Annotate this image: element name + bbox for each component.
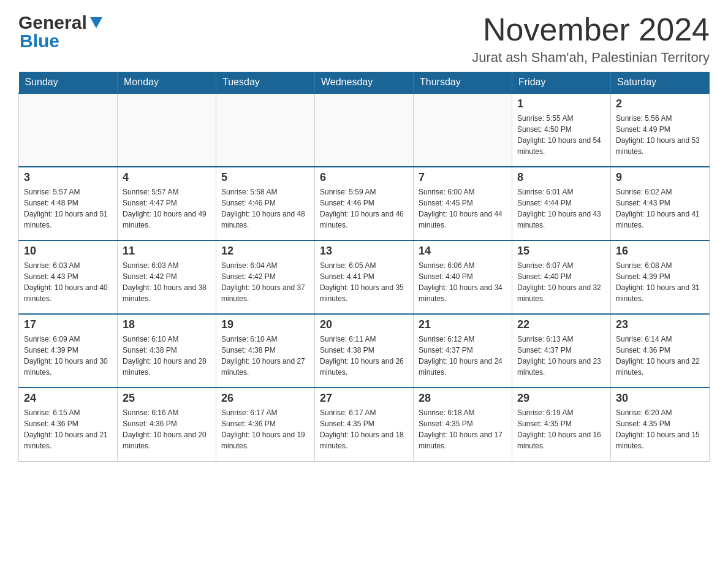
calendar-cell: 18 Sunrise: 6:10 AM Sunset: 4:38 PM Dayl… [118,314,216,388]
sunset-text: Sunset: 4:35 PM [616,419,670,428]
day-number: 12 [221,245,309,258]
day-info: Sunrise: 6:19 AM Sunset: 4:35 PM Dayligh… [517,407,605,451]
sunrise-text: Sunrise: 6:19 AM [517,408,573,417]
sunrise-text: Sunrise: 6:17 AM [221,408,277,417]
week-row-5: 24 Sunrise: 6:15 AM Sunset: 4:36 PM Dayl… [19,388,710,461]
day-info: Sunrise: 6:00 AM Sunset: 4:45 PM Dayligh… [419,186,507,231]
day-number: 15 [517,245,605,258]
day-info: Sunrise: 6:07 AM Sunset: 4:40 PM Dayligh… [517,260,605,304]
calendar-cell: 1 Sunrise: 5:55 AM Sunset: 4:50 PM Dayli… [512,93,611,167]
day-number: 27 [320,392,408,405]
calendar-cell: 4 Sunrise: 5:57 AM Sunset: 4:47 PM Dayli… [118,167,216,240]
sunrise-text: Sunrise: 5:57 AM [24,188,80,196]
daylight-text: Daylight: 10 hours and 49 minutes. [123,210,207,229]
sunrise-text: Sunrise: 6:00 AM [419,188,474,196]
day-number: 18 [123,318,211,331]
daylight-text: Daylight: 10 hours and 22 minutes. [616,357,700,377]
sunrise-text: Sunrise: 6:03 AM [24,261,80,270]
week-row-4: 17 Sunrise: 6:09 AM Sunset: 4:39 PM Dayl… [19,314,710,388]
sunrise-text: Sunrise: 6:01 AM [517,188,573,196]
calendar-cell [414,93,512,167]
daylight-text: Daylight: 10 hours and 51 minutes. [24,210,108,229]
day-number: 22 [517,318,605,331]
calendar-cell: 25 Sunrise: 6:16 AM Sunset: 4:36 PM Dayl… [118,388,216,461]
daylight-text: Daylight: 10 hours and 40 minutes. [24,283,108,303]
daylight-text: Daylight: 10 hours and 48 minutes. [221,210,305,229]
daylight-text: Daylight: 10 hours and 20 minutes. [123,431,207,450]
calendar-cell: 26 Sunrise: 6:17 AM Sunset: 4:36 PM Dayl… [216,388,315,461]
sunset-text: Sunset: 4:36 PM [24,419,78,428]
sunrise-text: Sunrise: 6:12 AM [419,335,474,343]
day-number: 30 [616,392,704,405]
daylight-text: Daylight: 10 hours and 28 minutes. [123,357,207,377]
day-number: 21 [419,318,507,331]
daylight-text: Daylight: 10 hours and 16 minutes. [517,431,601,450]
day-number: 2 [616,98,704,110]
day-info: Sunrise: 6:01 AM Sunset: 4:44 PM Dayligh… [517,186,605,231]
sunset-text: Sunset: 4:50 PM [517,125,572,134]
day-number: 25 [123,392,211,405]
calendar-cell: 13 Sunrise: 6:05 AM Sunset: 4:41 PM Dayl… [315,240,414,314]
daylight-text: Daylight: 10 hours and 23 minutes. [517,357,601,377]
calendar-cell: 5 Sunrise: 5:58 AM Sunset: 4:46 PM Dayli… [216,167,315,240]
week-row-3: 10 Sunrise: 6:03 AM Sunset: 4:43 PM Dayl… [19,240,710,314]
logo-arrow-icon [90,17,102,31]
sunset-text: Sunset: 4:36 PM [123,419,177,428]
sunrise-text: Sunrise: 6:14 AM [616,335,672,343]
day-info: Sunrise: 5:57 AM Sunset: 4:48 PM Dayligh… [24,186,112,231]
sunset-text: Sunset: 4:35 PM [517,419,572,428]
calendar-cell [118,93,216,167]
sunrise-text: Sunrise: 5:59 AM [320,188,376,196]
sunset-text: Sunset: 4:35 PM [419,419,473,428]
calendar-cell: 7 Sunrise: 6:00 AM Sunset: 4:45 PM Dayli… [414,167,512,240]
day-info: Sunrise: 6:13 AM Sunset: 4:37 PM Dayligh… [517,334,605,378]
daylight-text: Daylight: 10 hours and 32 minutes. [517,283,601,303]
day-info: Sunrise: 6:04 AM Sunset: 4:42 PM Dayligh… [221,260,309,304]
day-info: Sunrise: 6:14 AM Sunset: 4:36 PM Dayligh… [616,334,704,378]
daylight-text: Daylight: 10 hours and 15 minutes. [616,431,700,450]
daylight-text: Daylight: 10 hours and 44 minutes. [419,210,502,229]
sunset-text: Sunset: 4:37 PM [419,346,473,354]
day-number: 19 [221,318,309,331]
sunset-text: Sunset: 4:45 PM [419,199,473,207]
sunrise-text: Sunrise: 6:15 AM [24,408,80,417]
calendar-table: Sunday Monday Tuesday Wednesday Thursday… [18,72,710,462]
calendar-cell: 14 Sunrise: 6:06 AM Sunset: 4:40 PM Dayl… [414,240,512,314]
day-info: Sunrise: 6:16 AM Sunset: 4:36 PM Dayligh… [123,407,211,451]
daylight-text: Daylight: 10 hours and 43 minutes. [517,210,601,229]
day-number: 16 [616,245,704,258]
sunrise-text: Sunrise: 5:57 AM [123,188,178,196]
day-number: 11 [123,245,211,258]
week-row-1: 1 Sunrise: 5:55 AM Sunset: 4:50 PM Dayli… [19,93,710,167]
daylight-text: Daylight: 10 hours and 31 minutes. [616,283,700,303]
calendar-cell: 2 Sunrise: 5:56 AM Sunset: 4:49 PM Dayli… [611,93,710,167]
sunset-text: Sunset: 4:39 PM [24,346,78,354]
calendar-cell: 21 Sunrise: 6:12 AM Sunset: 4:37 PM Dayl… [414,314,512,388]
day-info: Sunrise: 6:09 AM Sunset: 4:39 PM Dayligh… [24,334,112,378]
calendar-cell [315,93,414,167]
day-info: Sunrise: 6:10 AM Sunset: 4:38 PM Dayligh… [221,334,309,378]
sunrise-text: Sunrise: 6:10 AM [221,335,277,343]
sunrise-text: Sunrise: 6:08 AM [616,261,672,270]
calendar-cell: 17 Sunrise: 6:09 AM Sunset: 4:39 PM Dayl… [19,314,118,388]
sunrise-text: Sunrise: 6:20 AM [616,408,672,417]
calendar-cell: 8 Sunrise: 6:01 AM Sunset: 4:44 PM Dayli… [512,167,611,240]
day-info: Sunrise: 5:56 AM Sunset: 4:49 PM Dayligh… [616,113,704,157]
day-info: Sunrise: 6:12 AM Sunset: 4:37 PM Dayligh… [419,334,507,378]
day-number: 10 [24,245,112,258]
daylight-text: Daylight: 10 hours and 24 minutes. [419,357,502,377]
sunset-text: Sunset: 4:43 PM [24,272,78,281]
header-thursday: Thursday [414,72,512,93]
calendar-cell: 27 Sunrise: 6:17 AM Sunset: 4:35 PM Dayl… [315,388,414,461]
day-info: Sunrise: 6:17 AM Sunset: 4:35 PM Dayligh… [320,407,408,451]
header-wednesday: Wednesday [315,72,414,93]
sunset-text: Sunset: 4:47 PM [123,199,177,207]
daylight-text: Daylight: 10 hours and 54 minutes. [517,136,601,156]
calendar-cell [216,93,315,167]
daylight-text: Daylight: 10 hours and 27 minutes. [221,357,305,377]
daylight-text: Daylight: 10 hours and 18 minutes. [320,431,404,450]
title-area: November 2024 Jurat ash Sham'ah, Palesti… [472,12,710,66]
day-number: 6 [320,171,408,184]
sunrise-text: Sunrise: 6:07 AM [517,261,573,270]
sunrise-text: Sunrise: 5:55 AM [517,114,573,123]
